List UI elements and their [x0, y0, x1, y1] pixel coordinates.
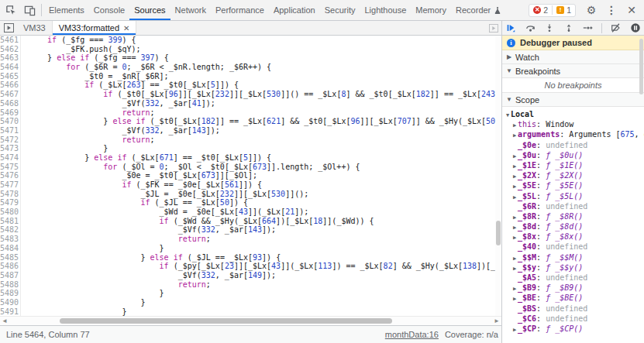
step-over-button[interactable] — [525, 22, 536, 33]
line-number[interactable]: 5466 — [0, 81, 16, 90]
line-number[interactable]: 5490 — [0, 298, 16, 307]
scope-variable-row[interactable]: ▶_$1E: ƒ _$1E() — [505, 160, 644, 170]
code-line: if (_$py[_$Lx[23]][_$Lx[43]](_$Lx[113]) … — [29, 262, 501, 271]
pause-on-exceptions-button[interactable] — [629, 22, 641, 33]
scope-variable-row[interactable]: ▶_$8R: ƒ _$8R() — [505, 211, 644, 221]
sidebar-scrollbar[interactable] — [639, 36, 644, 106]
scope-variable-row[interactable]: ▶_$CP: ƒ _$CP() — [505, 324, 644, 334]
watch-section-header[interactable]: ▶ Watch — [502, 50, 644, 64]
line-number[interactable]: 5476 — [0, 171, 16, 180]
step-into-button[interactable] — [544, 22, 556, 33]
variable-value: undefined — [546, 314, 587, 323]
device-toolbar-icon[interactable] — [20, 1, 39, 19]
more-menu-icon[interactable]: ⋮ — [602, 1, 621, 19]
line-number[interactable]: 5477 — [0, 180, 16, 190]
scope-variable-row[interactable]: ▶_$$M: ƒ _$$M() — [505, 252, 644, 262]
line-number[interactable]: 5479 — [0, 198, 16, 208]
line-number[interactable]: 5474 — [0, 153, 16, 163]
tab-lighthouse[interactable]: Lighthouse — [360, 0, 411, 20]
line-number[interactable]: 5478 — [0, 190, 16, 199]
settings-gear-icon[interactable]: ⚙ — [582, 1, 601, 19]
tab-security[interactable]: Security — [320, 0, 360, 20]
tab-performance[interactable]: Performance — [211, 0, 269, 20]
line-number[interactable]: 5461 — [0, 36, 16, 45]
scope-variable-row[interactable]: ▶_$BE: ƒ _$BE() — [505, 293, 644, 303]
line-number[interactable]: 5473 — [0, 144, 16, 153]
line-number[interactable]: 5470 — [0, 117, 16, 126]
deactivate-breakpoints-button[interactable] — [610, 22, 622, 33]
scope-section-header[interactable]: ▼ Scope — [502, 93, 644, 107]
variable-name: _$0e — [518, 141, 536, 149]
line-number[interactable]: 5468 — [0, 99, 16, 108]
scope-variable-row[interactable]: ▶_$0u: ƒ _$0u() — [505, 150, 644, 160]
scroll-left-arrow-icon[interactable]: ◄ — [2, 317, 8, 325]
tab-label: Elements — [49, 5, 84, 15]
line-number[interactable]: 5467 — [0, 90, 16, 99]
line-number[interactable]: 5464 — [0, 63, 16, 72]
scope-variable-row[interactable]: ▶_$5L: ƒ _$5L() — [505, 191, 644, 201]
warning-badge[interactable]: ! 1 — [552, 5, 575, 15]
editor-status-bar: Line 5464, Column 77 monthData:16 Covera… — [0, 325, 501, 343]
line-number[interactable]: 5484 — [0, 244, 16, 253]
resume-button[interactable] — [505, 22, 517, 33]
scope-variable-row[interactable]: ▶_$2X: ƒ _$2X() — [505, 170, 644, 180]
line-number[interactable]: 5483 — [0, 235, 16, 244]
error-badge[interactable]: ✕ 2 — [529, 5, 552, 15]
tab-application[interactable]: Application — [269, 0, 320, 20]
file-tab-vm33[interactable]: VM33 — [17, 21, 53, 35]
source-code[interactable]: if (_$fg === 399) { _$FK.push(_$qY); } e… — [21, 36, 501, 316]
sidebar-scrollbar-thumb[interactable] — [639, 39, 643, 94]
inspect-element-icon[interactable] — [2, 1, 20, 19]
editor-horizontal-scrollbar[interactable]: ◄ ► — [0, 316, 501, 325]
devtools-window: ElementsConsoleSourcesNetworkPerformance… — [0, 0, 644, 343]
line-number[interactable]: 5488 — [0, 280, 16, 290]
tab-label: Memory — [415, 5, 446, 15]
scope-variable-row[interactable]: ▶_$5E: ƒ _$5E() — [505, 180, 644, 190]
line-number[interactable]: 5482 — [0, 225, 16, 235]
scope-variable-row[interactable]: ▶this: Window — [505, 119, 644, 129]
line-number[interactable]: 5463 — [0, 53, 16, 63]
vertical-scrollbar-thumb[interactable] — [496, 221, 501, 245]
scope-variable-row[interactable]: ▶arguments: Arguments [675, o — [505, 129, 644, 139]
step-button[interactable] — [582, 22, 594, 33]
monthdata-link[interactable]: monthData:16 — [385, 330, 439, 339]
line-number[interactable]: 5489 — [0, 289, 16, 298]
code-line: } else if (_$JL == _$Lx[93]) { — [29, 253, 501, 262]
step-out-button[interactable] — [563, 22, 575, 33]
code-editor[interactable]: 5461546254635464546554665467546854695470… — [0, 36, 501, 316]
line-number[interactable]: 5465 — [0, 72, 16, 81]
editor-vertical-scrollbar[interactable] — [495, 36, 501, 316]
line-number[interactable]: 5471 — [0, 126, 16, 135]
line-number[interactable]: 5485 — [0, 253, 16, 262]
line-number[interactable]: 5462 — [0, 45, 16, 54]
scroll-right-arrow-icon[interactable]: ► — [494, 317, 500, 325]
close-tab-icon[interactable]: ✕ — [123, 24, 129, 33]
scope-local-row[interactable]: ▼Local — [505, 109, 644, 119]
tab-console[interactable]: Console — [89, 0, 129, 20]
line-number[interactable]: 5486 — [0, 262, 16, 271]
tab-memory[interactable]: Memory — [411, 0, 451, 20]
variable-name: _$C6 — [518, 314, 536, 323]
close-devtools-icon[interactable]: ✕ — [622, 1, 641, 19]
tab-recorder[interactable]: Recorder — [451, 0, 506, 20]
horizontal-scrollbar-thumb[interactable] — [60, 318, 392, 324]
tab-elements[interactable]: Elements — [44, 0, 89, 20]
scope-variable-row[interactable]: ▶_$B9: ƒ _$B9() — [505, 283, 644, 293]
tab-network[interactable]: Network — [170, 0, 211, 20]
line-number[interactable]: 5472 — [0, 135, 16, 145]
line-number[interactable]: 5487 — [0, 271, 16, 280]
line-number[interactable]: 5491 — [0, 307, 16, 316]
tab-sources[interactable]: Sources — [129, 0, 170, 20]
file-tab-vm33-formatted[interactable]: VM33:formatted✕ — [53, 21, 137, 35]
line-number[interactable]: 5481 — [0, 217, 16, 226]
scope-variable-row[interactable]: ▶_$8d: ƒ _$8d() — [505, 221, 644, 232]
line-number[interactable]: 5475 — [0, 163, 16, 172]
show-navigator-icon[interactable] — [0, 21, 17, 35]
scope-variable-row[interactable]: ▶_$8x: ƒ _$8x() — [505, 232, 644, 242]
breakpoints-section-header[interactable]: ▼ Breakpoints — [502, 64, 644, 78]
line-number[interactable]: 5480 — [0, 208, 16, 217]
line-number[interactable]: 5469 — [0, 108, 16, 118]
more-tabs-icon[interactable] — [486, 21, 501, 35]
scope-variable-row[interactable]: ▶_$$y: ƒ _$$y() — [505, 262, 644, 273]
line-number-gutter[interactable]: 5461546254635464546554665467546854695470… — [0, 36, 21, 316]
